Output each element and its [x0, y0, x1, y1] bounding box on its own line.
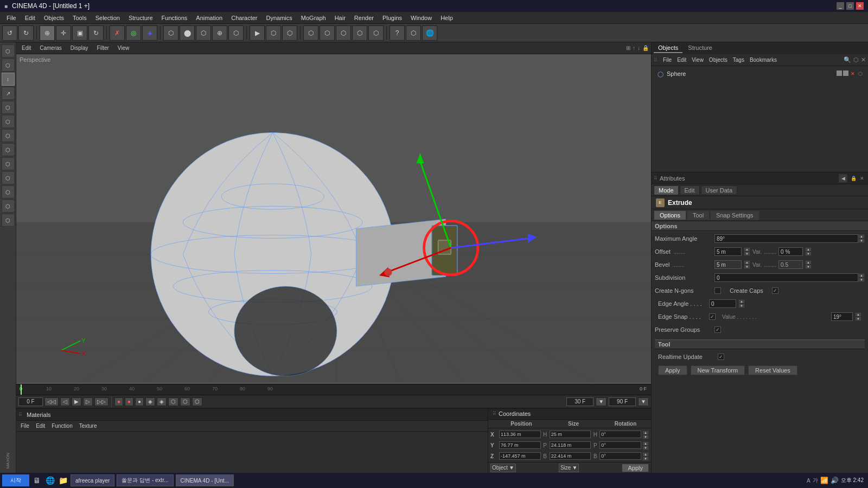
left-tool-6[interactable]: ⬡ [2, 115, 15, 128]
menu-window[interactable]: Window [406, 14, 436, 22]
left-tool-4[interactable]: ↗ [2, 87, 15, 100]
taskbar-icon-3[interactable]: 📁 [58, 475, 68, 486]
world-btn[interactable]: 🌐 [422, 25, 437, 41]
new-transform-button[interactable]: New Transform [691, 365, 745, 375]
coord-x-size[interactable] [550, 431, 591, 438]
mat-edit[interactable]: Edit [34, 422, 47, 429]
render-view-btn[interactable]: ▶ [250, 25, 265, 41]
configure-btn[interactable]: ⬡ [406, 25, 421, 41]
coord-size-dropdown[interactable]: Size▼ [559, 464, 579, 472]
mat-texture[interactable]: Texture [77, 422, 99, 429]
menu-character[interactable]: Character [227, 14, 261, 22]
obj-icon-1[interactable]: ⬡ [853, 56, 859, 63]
coord-z-pos[interactable] [499, 452, 541, 460]
bevel-var-input[interactable] [778, 260, 803, 269]
attr-nav-left[interactable]: ◀ [839, 174, 847, 183]
coord-x-rot-up[interactable]: ▲ [642, 431, 649, 435]
attr-tab-edit[interactable]: Edit [680, 185, 700, 195]
bevel-up[interactable]: ▲ [744, 260, 750, 265]
close-button[interactable]: ✕ [856, 2, 864, 10]
menu-edit[interactable]: Edit [21, 14, 40, 22]
tl-btn-play[interactable]: ▶ [72, 397, 81, 406]
timeline-ruler[interactable]: 0 10 20 30 40 50 60 70 80 90 0 F [16, 384, 651, 395]
vp-filter[interactable]: Filter [94, 44, 112, 52]
tl-btn-prev-keyframe[interactable]: ◁◁ [44, 397, 59, 406]
edge-snap-checkbox[interactable] [709, 313, 716, 320]
redo-button[interactable]: ↻ [18, 25, 34, 41]
edge-angle-up[interactable]: ▲ [738, 299, 745, 304]
menu-file[interactable]: File [2, 14, 21, 22]
coord-z-rot-up[interactable]: ▲ [642, 452, 649, 457]
sphere-x-icon[interactable]: ✕ [850, 70, 856, 77]
left-tool-10[interactable]: ⬡ [2, 171, 15, 184]
sphere-visible-icon[interactable] [837, 70, 842, 76]
offset-up[interactable]: ▲ [744, 247, 750, 252]
apply-button[interactable]: Apply [658, 365, 687, 375]
subdivision-up[interactable]: ▲ [858, 273, 865, 278]
sphere-check-icon[interactable]: ⬡ [857, 70, 864, 77]
realtime-checkbox[interactable] [718, 354, 724, 360]
render-settings-btn[interactable]: ⬡ [282, 25, 297, 41]
help-btn[interactable]: ? [390, 25, 405, 41]
left-tool-5[interactable]: ⬡ [2, 101, 15, 114]
tl-btn-mode4[interactable]: ⬡ [180, 397, 190, 406]
tl-btn-key[interactable]: ● [135, 397, 144, 406]
left-tool-3[interactable]: ↕ [2, 73, 15, 86]
vp-icon-down[interactable]: ↓ [637, 45, 640, 51]
menu-objects[interactable]: Objects [40, 14, 68, 22]
left-tool-2[interactable]: ⬡ [2, 59, 15, 72]
obj-objects[interactable]: Objects [707, 56, 730, 63]
coord-y-rot-up[interactable]: ▲ [642, 441, 649, 446]
tl-btn-auto[interactable]: ● [125, 397, 133, 406]
vp-edit[interactable]: Edit [18, 44, 34, 52]
coord-z-rot-down[interactable]: ▼ [642, 457, 649, 461]
scene-viewport[interactable]: Y X [16, 54, 651, 384]
menu-structure[interactable]: Structure [124, 14, 157, 22]
object-mode-btn[interactable]: ⬡ [163, 25, 178, 41]
obj-edit[interactable]: Edit [675, 56, 688, 63]
tool7[interactable]: ⬡ [336, 25, 351, 41]
obj-view[interactable]: View [690, 56, 706, 63]
subdivision-down[interactable]: ▼ [858, 278, 865, 282]
menu-render[interactable]: Render [350, 14, 378, 22]
vp-display[interactable]: Display [67, 44, 92, 52]
menu-animation[interactable]: Animation [192, 14, 227, 22]
menu-dynamics[interactable]: Dynamics [262, 14, 297, 22]
mat-file[interactable]: File [18, 422, 31, 429]
viewport-canvas[interactable]: Perspective [16, 54, 651, 384]
tab-objects[interactable]: Objects [654, 43, 682, 53]
obj-tags[interactable]: Tags [731, 56, 746, 63]
mat-function[interactable]: Function [49, 422, 74, 429]
maximize-button[interactable]: □ [846, 2, 854, 10]
search-icon[interactable]: 🔍 [844, 56, 851, 63]
coord-y-size[interactable] [550, 441, 591, 449]
max-angle-up[interactable]: ▲ [858, 234, 865, 239]
coord-x-rot[interactable] [599, 431, 641, 438]
edge-snap-up[interactable]: ▲ [855, 312, 861, 317]
edge-snap-down[interactable]: ▼ [855, 317, 861, 321]
menu-tools[interactable]: Tools [68, 14, 91, 22]
subdivision-input[interactable] [714, 273, 858, 282]
bevel-var-up[interactable]: ▲ [805, 260, 812, 265]
reset-values-button[interactable]: Reset Values [748, 365, 797, 375]
offset-var-up[interactable]: ▲ [805, 247, 812, 252]
coord-object-dropdown[interactable]: Object▼ [490, 464, 516, 472]
coord-z-rot[interactable] [599, 452, 641, 460]
tl-btn-next-frame[interactable]: ▷ [83, 397, 93, 406]
edge-angle-down[interactable]: ▼ [738, 304, 745, 308]
left-tool-13[interactable]: ⬡ [2, 214, 15, 227]
left-tool-11[interactable]: ⬡ [2, 185, 15, 198]
list-item-sphere[interactable]: ◯ Sphere ✕ ⬡ [654, 68, 866, 79]
end-frame-input[interactable]: 90 F [609, 397, 636, 406]
max-angle-down[interactable]: ▼ [858, 239, 865, 243]
attr-lock-icon[interactable]: 🔒 [850, 175, 857, 182]
left-tool-8[interactable]: ⬡ [2, 143, 15, 156]
sphere-render-icon[interactable] [843, 70, 848, 76]
left-tool-12[interactable]: ⬡ [2, 200, 15, 213]
attr-subtab-tool[interactable]: Tool [687, 210, 710, 220]
max-angle-input[interactable] [714, 234, 858, 243]
offset-var-input[interactable] [778, 247, 803, 256]
grid-btn[interactable]: ⬡ [320, 25, 335, 41]
undo-button[interactable]: ↺ [2, 25, 17, 41]
obj-file[interactable]: File [661, 56, 674, 63]
